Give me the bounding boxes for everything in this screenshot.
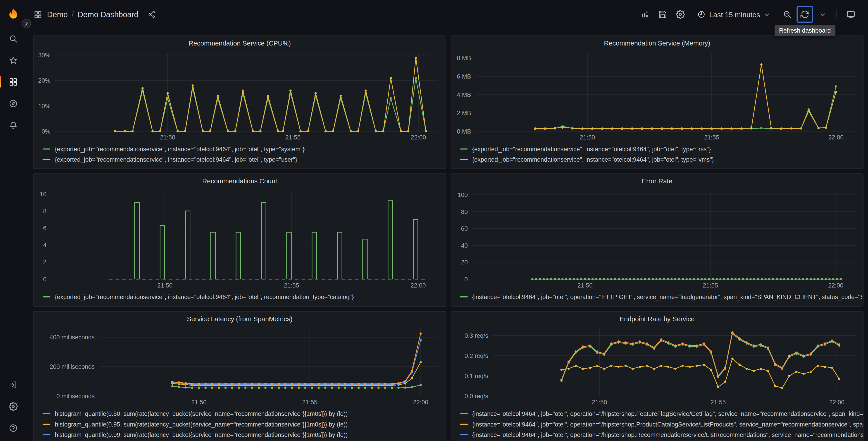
apps-icon bbox=[9, 77, 18, 86]
time-series-chart[interactable]: 0.0 req/s0.1 req/s0.2 req/s0.3 req/s21:5… bbox=[453, 325, 860, 407]
time-series-chart[interactable]: 0%10%20%30%21:5021:5522:00 bbox=[35, 49, 443, 142]
legend-item[interactable]: {exported_job="recommendationservice", i… bbox=[34, 144, 445, 154]
panel-title[interactable]: Recommendations Count bbox=[34, 174, 445, 187]
legend-swatch bbox=[42, 423, 50, 424]
legend-item[interactable]: {instance="otelcol:9464", job="otel", op… bbox=[451, 429, 863, 440]
legend-item[interactable]: {instance="otelcol:9464", job="otel", op… bbox=[451, 440, 863, 441]
svg-text:60: 60 bbox=[461, 225, 468, 232]
sidebar-item-search[interactable] bbox=[0, 28, 26, 49]
svg-text:20: 20 bbox=[461, 259, 468, 266]
legend-item[interactable]: {exported_job="recommendationservice", i… bbox=[34, 154, 445, 164]
time-series-chart[interactable]: 024681021:5021:5522:00 bbox=[35, 187, 443, 290]
legend-item[interactable]: {exported_job="recommendationservice", i… bbox=[34, 291, 445, 302]
toolbar-divider bbox=[837, 10, 837, 19]
svg-text:0%: 0% bbox=[42, 128, 51, 135]
svg-text:30%: 30% bbox=[38, 52, 51, 59]
svg-text:6 MB: 6 MB bbox=[457, 73, 471, 80]
svg-text:21:55: 21:55 bbox=[711, 399, 726, 406]
legend-item[interactable]: {instance="otelcol:9464", job="otel", op… bbox=[451, 419, 863, 429]
legend: {instance="otelcol:9464", job="otel", op… bbox=[451, 408, 863, 441]
svg-text:21:50: 21:50 bbox=[157, 282, 173, 289]
time-series-chart[interactable]: 0 MB2 MB4 MB6 MB8 MB21:5021:5522:00 bbox=[453, 49, 860, 142]
sidebar-item-alerting[interactable] bbox=[0, 114, 26, 136]
chevron-down-icon bbox=[819, 11, 826, 18]
svg-text:400 milliseconds: 400 milliseconds bbox=[50, 334, 95, 341]
legend-item[interactable]: {exported_job="recommendationservice", i… bbox=[451, 144, 863, 154]
breadcrumb-root[interactable]: Demo bbox=[47, 10, 68, 19]
gear-icon bbox=[9, 402, 18, 411]
legend-item[interactable]: {instance="otelcol:9464", job="otel", op… bbox=[451, 408, 863, 419]
svg-text:10%: 10% bbox=[38, 103, 51, 110]
grafana-logo-icon bbox=[6, 7, 20, 22]
panel-recommendations-count: Recommendations Count 024681021:5021:552… bbox=[33, 173, 446, 307]
panel-title[interactable]: Service Latency (from SpanMetrics) bbox=[34, 312, 445, 325]
header: Demo / Demo Dashboard Last 15 minutes bbox=[26, 0, 868, 29]
legend-label: histogram_quantile(0.50, sum(rate(latenc… bbox=[55, 410, 347, 417]
panel-title[interactable]: Recommendation Service (Memory) bbox=[451, 36, 863, 49]
svg-text:4: 4 bbox=[43, 242, 46, 248]
legend-item[interactable]: histogram_quantile(0.99, sum(rate(latenc… bbox=[34, 429, 445, 440]
svg-text:22:00: 22:00 bbox=[828, 134, 843, 141]
legend-swatch bbox=[42, 413, 50, 414]
svg-text:21:50: 21:50 bbox=[160, 134, 175, 141]
panel-service-latency: Service Latency (from SpanMetrics) 0 mil… bbox=[33, 311, 446, 441]
breadcrumb-current[interactable]: Demo Dashboard bbox=[78, 10, 138, 19]
legend-item[interactable]: histogram_quantile(0.50, sum(rate(latenc… bbox=[34, 408, 445, 419]
apps-icon bbox=[34, 10, 42, 19]
refresh-dashboard-button[interactable] bbox=[797, 6, 813, 23]
add-panel-button[interactable] bbox=[637, 6, 653, 23]
panel-recommendation-cpu: Recommendation Service (CPU%) 0%10%20%30… bbox=[33, 35, 446, 169]
svg-text:21:55: 21:55 bbox=[284, 282, 299, 289]
panel-title[interactable]: Endpoint Rate by Service bbox=[451, 312, 863, 325]
svg-text:22:00: 22:00 bbox=[829, 399, 844, 406]
legend-item[interactable]: {instance="otelcol:9464", job="otel", op… bbox=[451, 291, 863, 302]
zoom-out-time-button[interactable] bbox=[779, 6, 795, 23]
svg-text:0.1 req/s: 0.1 req/s bbox=[465, 373, 488, 379]
svg-text:21:55: 21:55 bbox=[704, 134, 719, 141]
svg-text:6: 6 bbox=[43, 225, 46, 232]
svg-text:21:50: 21:50 bbox=[578, 282, 593, 289]
legend-swatch bbox=[460, 148, 468, 149]
svg-text:0.2 req/s: 0.2 req/s bbox=[465, 352, 488, 359]
legend-swatch bbox=[42, 296, 50, 297]
breadcrumb-separator: / bbox=[71, 10, 74, 19]
sidebar-expand-button[interactable] bbox=[22, 19, 31, 28]
svg-text:8: 8 bbox=[43, 208, 46, 215]
legend-item[interactable]: histogram_quantile(0.95, sum(rate(latenc… bbox=[34, 419, 445, 429]
time-series-chart[interactable]: 0 milliseconds200 milliseconds400 millis… bbox=[35, 325, 443, 407]
sidebar-item-configuration[interactable] bbox=[0, 395, 26, 417]
sidebar-item-dashboards[interactable] bbox=[0, 71, 26, 92]
svg-text:22:00: 22:00 bbox=[828, 282, 843, 289]
dashboard-settings-button[interactable] bbox=[672, 6, 689, 23]
legend-item[interactable]: {exported_job="recommendationservice", i… bbox=[451, 154, 863, 164]
sidebar-bottom-menu bbox=[0, 374, 26, 439]
svg-text:40: 40 bbox=[461, 242, 468, 249]
time-range-label: Last 15 minutes bbox=[709, 10, 760, 19]
sidebar-item-starred[interactable] bbox=[0, 49, 26, 71]
legend: {instance="otelcol:9464", job="otel", op… bbox=[451, 291, 863, 302]
dashboard-toolbar: Last 15 minutes Refresh dashboard bbox=[637, 6, 859, 23]
signin-icon bbox=[9, 380, 18, 389]
panel-title[interactable]: Error Rate bbox=[451, 174, 863, 187]
grafana-logo-button[interactable] bbox=[4, 5, 22, 23]
sidebar-item-explore[interactable] bbox=[0, 93, 26, 114]
time-range-picker[interactable]: Last 15 minutes bbox=[692, 6, 776, 23]
legend-swatch bbox=[460, 159, 468, 160]
panel-title[interactable]: Recommendation Service (CPU%) bbox=[34, 36, 445, 49]
svg-text:20%: 20% bbox=[38, 77, 51, 84]
tv-mode-button[interactable] bbox=[842, 6, 859, 23]
sidebar-item-help[interactable] bbox=[0, 417, 26, 439]
legend-item[interactable]: histogram_quantile(0.999, sum(rate(laten… bbox=[34, 440, 445, 441]
save-dashboard-button[interactable] bbox=[654, 6, 671, 23]
time-series-chart[interactable]: 02040608010021:5021:5522:00 bbox=[453, 187, 860, 290]
svg-text:21:55: 21:55 bbox=[285, 134, 301, 141]
star-icon bbox=[9, 56, 18, 64]
refresh-interval-dropdown[interactable] bbox=[814, 6, 831, 23]
sidebar-item-sign-in[interactable] bbox=[0, 374, 26, 395]
svg-text:22:00: 22:00 bbox=[411, 134, 426, 141]
legend-label: {instance="otelcol:9464", job="otel", op… bbox=[472, 431, 863, 438]
share-dashboard-button[interactable] bbox=[144, 6, 160, 23]
svg-text:8 MB: 8 MB bbox=[457, 55, 471, 62]
refresh-icon bbox=[801, 10, 809, 19]
legend-swatch bbox=[42, 148, 50, 149]
